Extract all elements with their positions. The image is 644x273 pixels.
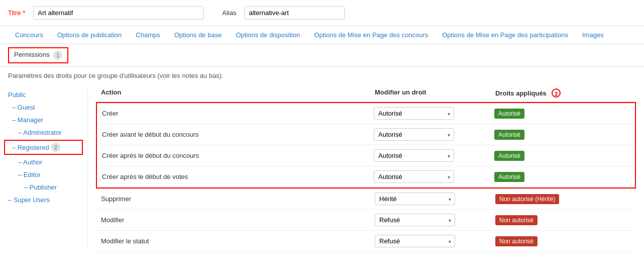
table-row-creer-avant: Créer avant le début du concours Hérité …: [97, 124, 635, 145]
action-supprimer: Supprimer: [101, 195, 375, 203]
select-creer-apres[interactable]: Hérité Autorisé Refusé: [374, 149, 454, 162]
sidebar-item-registered[interactable]: – Registered 2: [4, 140, 83, 155]
permissions-badge: 1: [53, 51, 62, 60]
badge-creer: Autorisé: [494, 109, 524, 119]
sidebar-item-public[interactable]: Public: [0, 88, 87, 101]
tab-concours[interactable]: Concours: [8, 26, 50, 44]
select-modifier-statut[interactable]: Hérité Autorisé Refusé: [375, 235, 455, 247]
table-row-supprimer: Supprimer Hérité Autorisé Refusé ▾ Non a…: [96, 189, 636, 210]
select-modifier[interactable]: Hérité Autorisé Refusé: [375, 214, 455, 226]
tab-images[interactable]: Images: [575, 26, 611, 44]
required-marker: *: [23, 9, 25, 17]
titre-label: Titre *: [8, 9, 25, 17]
badge-creer-votes: Autorisé: [494, 172, 524, 182]
description-text: Paramètres des droits pour ce groupe d'u…: [0, 67, 644, 84]
sidebar-item-super-users[interactable]: – Super Users: [0, 194, 87, 206]
action-creer: Créer: [102, 110, 374, 117]
tab-mise-en-page-concours[interactable]: Options de Mise en Page des concours: [307, 26, 435, 44]
select-creer-avant[interactable]: Hérité Autorisé Refusé: [374, 128, 454, 141]
badge-creer-avant: Autorisé: [494, 130, 524, 140]
badge-modifier: Non autorisé: [495, 215, 538, 225]
registered-badge: 2: [51, 143, 60, 152]
tab-options-base[interactable]: Options de base: [167, 26, 229, 44]
sidebar-item-author[interactable]: – Author: [0, 156, 87, 168]
tab-permissions[interactable]: Permissions 1: [8, 47, 68, 63]
select-supprimer[interactable]: Hérité Autorisé Refusé: [375, 193, 455, 205]
permissions-tab-label: Permissions: [14, 51, 50, 58]
sidebar-item-editor[interactable]: – Editor: [0, 168, 87, 181]
select-modifier-statut-wrapper: Hérité Autorisé Refusé ▾: [375, 235, 455, 247]
registered-label: – Registered: [12, 144, 49, 151]
badge-creer-apres: Autorisé: [494, 151, 524, 161]
table-row-creer-votes: Créer après le début de votes Hérité Aut…: [97, 166, 635, 188]
tab-champs[interactable]: Champs: [129, 26, 167, 44]
col-action: Action: [101, 88, 375, 98]
titre-input[interactable]: [33, 6, 204, 20]
tab-options-disposition[interactable]: Options de disposition: [229, 26, 307, 44]
table-row-modifier-statut: Modifier le statut Hérité Autorisé Refus…: [96, 231, 636, 252]
select-modifier-wrapper: Hérité Autorisé Refusé ▾: [375, 214, 455, 226]
action-modifier: Modifier: [101, 216, 375, 224]
droits-badge: 3: [552, 88, 561, 98]
alias-label: Alias: [222, 9, 236, 17]
select-creer-votes-wrapper: Hérité Autorisé Refusé ▾: [374, 170, 454, 183]
col-droits: Droits appliqués 3: [495, 88, 616, 98]
sidebar-item-guest[interactable]: – Guest: [0, 101, 87, 114]
action-creer-votes: Créer après le début de votes: [102, 173, 374, 180]
sidebar-item-administrator[interactable]: – Administrator: [0, 126, 87, 139]
select-creer-avant-wrapper: Hérité Autorisé Refusé ▾: [374, 128, 454, 141]
titre-text: Titre: [8, 9, 21, 17]
action-creer-avant: Créer avant le début du concours: [102, 131, 374, 138]
table-row-creer-apres: Créer après le début du concours Hérité …: [97, 145, 635, 166]
main-content: Public – Guest – Manager – Administrator…: [0, 84, 644, 252]
table-area: Action Modifier un droit Droits appliqué…: [88, 84, 644, 252]
select-creer[interactable]: Hérité Autorisé Refusé: [374, 107, 454, 120]
action-creer-apres: Créer après le début du concours: [102, 152, 374, 159]
badge-modifier-statut: Non autorisé: [495, 236, 538, 246]
select-creer-apres-wrapper: Hérité Autorisé Refusé ▾: [374, 149, 454, 162]
sidebar-item-publisher[interactable]: – Publisher: [0, 181, 87, 194]
select-creer-wrapper: Hérité Autorisé Refusé ▾: [374, 107, 454, 120]
permissions-tab-row: Permissions 1: [0, 44, 644, 67]
top-bar: Titre * Alias: [0, 0, 644, 26]
table-row-creer: Créer Hérité Autorisé Refusé ▾ Autorisé: [97, 103, 635, 124]
select-creer-votes[interactable]: Hérité Autorisé Refusé: [374, 170, 454, 183]
highlighted-rows-group: Créer Hérité Autorisé Refusé ▾ Autorisé …: [96, 102, 636, 189]
table-header: Action Modifier un droit Droits appliqué…: [96, 84, 636, 102]
tab-options-publication[interactable]: Options de publication: [50, 26, 129, 44]
badge-supprimer: Non autorisé (Hérité): [495, 194, 559, 204]
table-row-modifier: Modifier Hérité Autorisé Refusé ▾ Non au…: [96, 210, 636, 231]
action-modifier-statut: Modifier le statut: [101, 237, 375, 245]
sidebar-item-manager[interactable]: – Manager: [0, 114, 87, 126]
col-modifier: Modifier un droit: [375, 88, 495, 98]
sidebar: Public – Guest – Manager – Administrator…: [0, 84, 88, 252]
tab-mise-en-page-participations[interactable]: Options de Mise en Page des participatio…: [435, 26, 575, 44]
select-supprimer-wrapper: Hérité Autorisé Refusé ▾: [375, 193, 455, 205]
tabs-bar: Concours Options de publication Champs O…: [0, 26, 644, 44]
alias-input[interactable]: [244, 6, 345, 20]
